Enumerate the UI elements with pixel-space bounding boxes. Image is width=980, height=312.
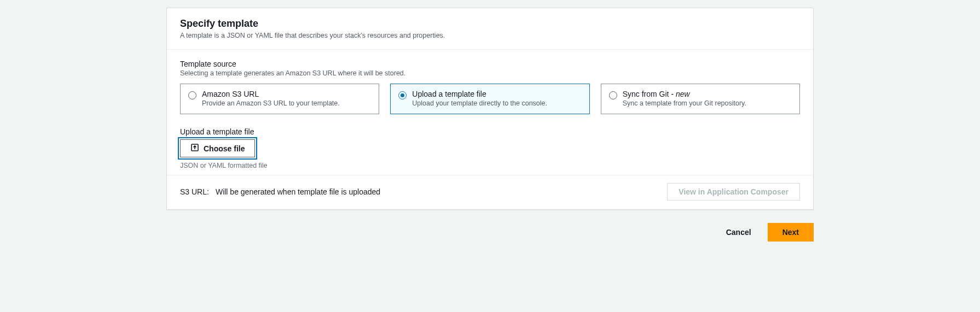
radio-desc: Provide an Amazon S3 URL to your templat… — [202, 99, 340, 107]
next-button[interactable]: Next — [768, 223, 814, 242]
file-format-helper: JSON or YAML formatted file — [180, 162, 800, 169]
new-badge: - new — [669, 90, 689, 98]
radio-title: Upload a template file — [412, 90, 547, 98]
radio-title: Amazon S3 URL — [202, 90, 340, 98]
radio-desc: Upload your template directly to the con… — [412, 99, 547, 107]
panel-header: Specify template A template is a JSON or… — [167, 8, 813, 50]
radio-icon — [609, 91, 617, 99]
radio-sync-from-git[interactable]: Sync from Git - new Sync a template from… — [601, 84, 800, 114]
s3-url-label: S3 URL: — [180, 187, 209, 196]
radio-upload-template-file[interactable]: Upload a template file Upload your templ… — [390, 84, 589, 114]
template-source-label: Template source — [180, 60, 800, 68]
wizard-actions: Cancel Next — [166, 223, 814, 242]
upload-label: Upload a template file — [180, 127, 800, 136]
radio-amazon-s3-url[interactable]: Amazon S3 URL Provide an Amazon S3 URL t… — [180, 84, 379, 114]
choose-file-label: Choose file — [204, 144, 245, 153]
radio-title: Sync from Git - new — [623, 90, 746, 98]
specify-template-panel: Specify template A template is a JSON or… — [166, 8, 814, 210]
radio-icon — [188, 91, 196, 99]
radio-icon — [398, 91, 407, 99]
template-source-options: Amazon S3 URL Provide an Amazon S3 URL t… — [180, 84, 800, 114]
template-source-helper: Selecting a template generates an Amazon… — [180, 69, 800, 77]
upload-section: Upload a template file Choose file JSON … — [180, 127, 800, 169]
radio-desc: Sync a template from your Git repository… — [623, 99, 746, 107]
panel-footer: S3 URL: Will be generated when template … — [167, 175, 813, 209]
panel-body: Template source Selecting a template gen… — [167, 50, 813, 175]
cancel-button[interactable]: Cancel — [715, 223, 762, 242]
choose-file-button[interactable]: Choose file — [180, 139, 255, 157]
panel-subtitle: A template is a JSON or YAML file that d… — [180, 32, 800, 39]
upload-icon — [190, 143, 199, 154]
view-in-application-composer-button[interactable]: View in Application Composer — [667, 183, 800, 201]
panel-title: Specify template — [180, 18, 800, 30]
s3-url-value: Will be generated when template file is … — [216, 187, 380, 196]
